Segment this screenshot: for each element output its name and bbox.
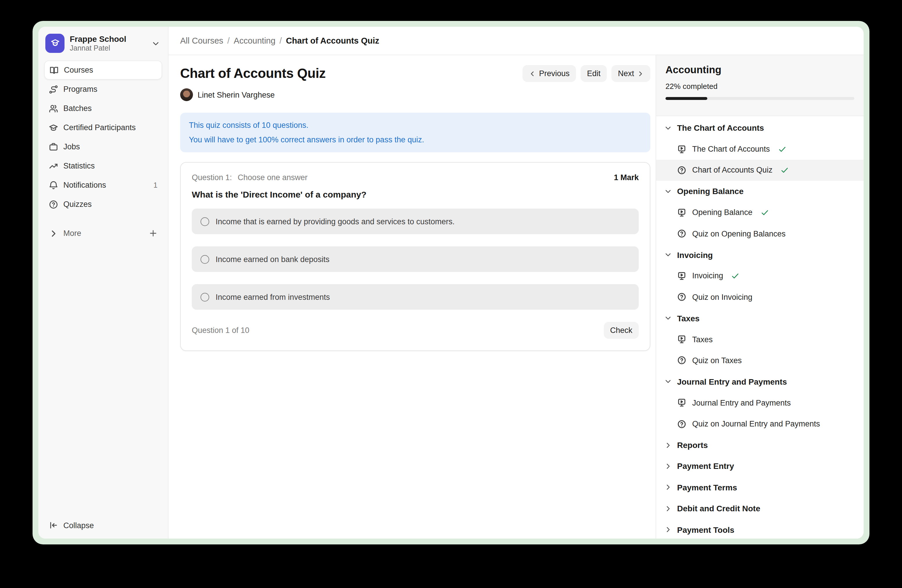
lesson-icon <box>677 208 686 217</box>
outline-section-row[interactable]: Reports <box>656 435 864 456</box>
outline-item-row[interactable]: Quiz on Journal Entry and Payments <box>656 413 864 435</box>
collapse-label: Collapse <box>63 521 94 530</box>
previous-button[interactable]: Previous <box>523 65 576 82</box>
quiz-info-banner: This quiz consists of 10 questions. You … <box>180 113 650 152</box>
outline-item-label: Journal Entry and Payments <box>692 399 791 407</box>
outline-section-row[interactable]: Payment Terms <box>656 477 864 498</box>
author-row: Linet Sherin Varghese <box>180 88 650 101</box>
course-progress-header: Accounting 22% completed <box>656 55 864 116</box>
app-window: Frappe School Jannat Patel CoursesProgra… <box>38 27 864 539</box>
sidebar-item-batches[interactable]: Batches <box>44 99 162 118</box>
banner-line: This quiz consists of 10 questions. <box>189 120 642 131</box>
next-button[interactable]: Next <box>611 65 650 82</box>
edit-button[interactable]: Edit <box>581 65 607 82</box>
breadcrumb-separator: / <box>227 36 230 45</box>
question-instruction: Choose one answer <box>238 173 307 182</box>
frappe-school-logo <box>45 34 64 53</box>
sidebar-item-jobs[interactable]: Jobs <box>44 137 162 156</box>
outline-item-row[interactable]: Quiz on Taxes <box>656 350 864 371</box>
outline-item-row[interactable]: The Chart of Accounts <box>656 139 864 160</box>
quiz-icon <box>677 292 686 302</box>
sidebar-item-programs[interactable]: Programs <box>44 80 162 99</box>
sidebar-item-notifications[interactable]: Notifications1 <box>44 175 162 195</box>
bell-icon <box>49 180 58 190</box>
question-card: Question 1: Choose one answer 1 Mark Wha… <box>180 162 650 351</box>
outline-item-row[interactable]: Quiz on Invoicing <box>656 286 864 308</box>
outline-section-row[interactable]: Journal Entry and Payments <box>656 371 864 392</box>
workspace-switcher[interactable]: Frappe School Jannat Patel <box>38 27 168 59</box>
sidebar-item-more[interactable]: More <box>44 224 162 243</box>
banner-line: You will have to get 100% correct answer… <box>189 134 642 145</box>
outline-item-row[interactable]: Quiz on Opening Balances <box>656 223 864 244</box>
outline-item-row[interactable]: Journal Entry and Payments <box>656 392 864 413</box>
workspace-user: Jannat Patel <box>70 44 146 53</box>
quiz-page: Chart of Accounts Quiz Previous Edit <box>169 55 656 539</box>
outline-item-row[interactable]: Chart of Accounts Quiz <box>656 160 864 181</box>
breadcrumb-current: Chart of Accounts Quiz <box>286 36 379 45</box>
chevron-right-icon <box>664 505 672 512</box>
outline-item-label: Opening Balance <box>692 208 752 217</box>
app-window-frame: Frappe School Jannat Patel CoursesProgra… <box>33 21 869 544</box>
outline-item-row[interactable]: Taxes <box>656 329 864 350</box>
breadcrumb-link-all-courses[interactable]: All Courses <box>180 36 223 45</box>
chevron-left-icon <box>529 70 536 77</box>
breadcrumb-separator: / <box>280 36 282 45</box>
collapse-sidebar-icon <box>49 521 58 530</box>
sidebar-item-certified-participants[interactable]: Certified Participants <box>44 118 162 137</box>
outline-item-label: The Chart of Accounts <box>692 145 770 153</box>
sidebar-more-section: More <box>38 214 168 243</box>
radio-button[interactable] <box>200 217 209 226</box>
breadcrumb-link-course[interactable]: Accounting <box>233 36 276 45</box>
notification-count-badge: 1 <box>153 181 158 189</box>
radio-button[interactable] <box>200 292 209 301</box>
briefcase-icon <box>49 142 58 152</box>
content-column: All Courses / Accounting / Chart of Acco… <box>169 27 864 539</box>
answer-option[interactable]: Income that is earned by providing goods… <box>192 209 639 234</box>
outline-item-label: Chart of Accounts Quiz <box>692 166 772 175</box>
course-progress-bar <box>666 97 854 100</box>
outline-item-row[interactable]: Invoicing <box>656 265 864 286</box>
breadcrumb: All Courses / Accounting / Chart of Acco… <box>169 27 864 55</box>
answer-option[interactable]: Income earned on bank deposits <box>192 246 639 272</box>
outline-item-label: Quiz on Taxes <box>692 356 742 365</box>
answer-option[interactable]: Income earned from investments <box>192 284 639 310</box>
lesson-icon <box>677 144 686 154</box>
chevron-down-icon <box>664 188 672 195</box>
outline-section-row[interactable]: Invoicing <box>656 244 864 266</box>
quiz-icon <box>677 166 686 175</box>
sidebar-collapse-button[interactable]: Collapse <box>38 512 168 539</box>
radio-button[interactable] <box>200 255 209 263</box>
answer-options: Income that is earned by providing goods… <box>192 209 639 310</box>
lesson-icon <box>677 335 686 344</box>
plus-icon[interactable] <box>149 229 158 238</box>
answer-option-label: Income earned from investments <box>216 292 330 301</box>
sidebar-item-label: Quizzes <box>63 200 92 209</box>
workspace-title: Frappe School <box>70 34 146 44</box>
previous-button-label: Previous <box>539 69 570 78</box>
sidebar-item-courses[interactable]: Courses <box>44 60 162 80</box>
outline-section-row[interactable]: Debit and Credit Note <box>656 498 864 519</box>
sidebar-item-statistics[interactable]: Statistics <box>44 156 162 175</box>
check-button[interactable]: Check <box>604 322 639 339</box>
chevron-down-icon[interactable] <box>152 39 160 47</box>
outline-section-row[interactable]: The Chart of Accounts <box>656 117 864 139</box>
outline-section-row[interactable]: Opening Balance <box>656 181 864 202</box>
sidebar-item-label: Jobs <box>63 142 80 151</box>
sidebar-item-quizzes[interactable]: Quizzes <box>44 195 162 214</box>
outline-section-title: Opening Balance <box>677 187 744 196</box>
outline-section-row[interactable]: Payment Entry <box>656 456 864 477</box>
course-outline: The Chart of AccountsThe Chart of Accoun… <box>656 116 864 539</box>
trending-up-icon <box>49 161 58 170</box>
outline-section-title: Invoicing <box>677 250 713 260</box>
outline-section-row[interactable]: Taxes <box>656 308 864 329</box>
sidebar-item-label: Statistics <box>63 161 95 170</box>
outline-item-row[interactable]: Opening Balance <box>656 202 864 223</box>
outline-item-label: Quiz on Opening Balances <box>692 229 786 238</box>
outline-section-row[interactable]: Payment Tools <box>656 519 864 539</box>
sidebar-item-label: Notifications <box>63 181 106 189</box>
check-icon <box>731 272 739 280</box>
outline-item-label: Quiz on Invoicing <box>692 293 752 302</box>
outline-section-title: Reports <box>677 440 708 450</box>
author-name: Linet Sherin Varghese <box>197 90 275 99</box>
question-marks: 1 Mark <box>614 173 639 182</box>
